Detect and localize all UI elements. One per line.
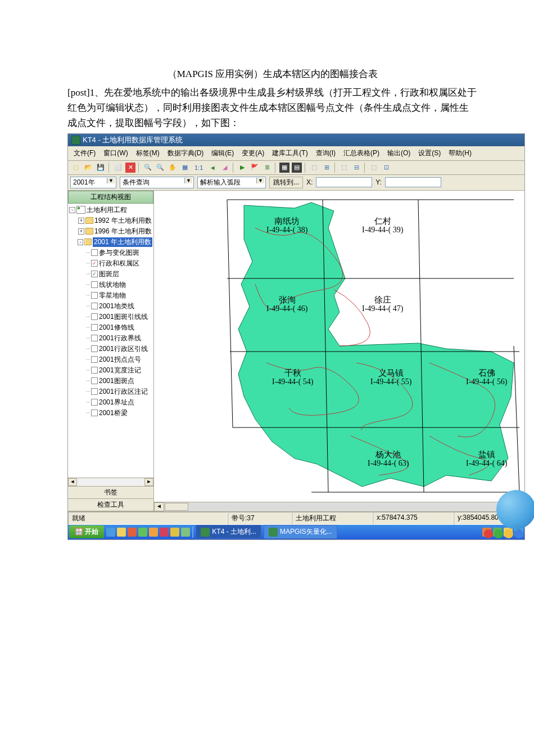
save-icon[interactable]: 💾 bbox=[95, 162, 106, 173]
map-scroll-left-icon[interactable]: ◄ bbox=[154, 502, 164, 511]
menu-item[interactable]: 编辑(E) bbox=[208, 147, 237, 159]
map-view[interactable]: 南纸坊I-49-44-( 38)仁村I-49-44-( 39)张洵I-49-44… bbox=[154, 191, 524, 511]
menu-item[interactable]: 数据字典(D) bbox=[164, 147, 207, 159]
tree-node[interactable]: ┈2001界址点 bbox=[69, 397, 152, 408]
map-scroll-track[interactable] bbox=[164, 502, 514, 511]
tool-b-icon[interactable]: ⊞ bbox=[321, 162, 332, 173]
tree-node[interactable]: +1996 年土地利用数 bbox=[69, 226, 152, 237]
tree-node[interactable]: ┈2001行政区引线 bbox=[69, 344, 152, 354]
prev-icon[interactable]: ◄ bbox=[207, 162, 218, 173]
project-tree[interactable]: - 土地利用工程 +1992 年土地利用数+1996 年土地利用数-2001 年… bbox=[68, 204, 153, 478]
tray-icon[interactable] bbox=[170, 528, 179, 537]
map-canvas[interactable]: 南纸坊I-49-44-( 38)仁村I-49-44-( 39)张洵I-49-44… bbox=[165, 194, 524, 499]
year-combo[interactable]: 2001年 bbox=[70, 177, 116, 188]
open-icon[interactable]: 📂 bbox=[83, 162, 94, 173]
menu-item[interactable]: 标签(M) bbox=[133, 147, 163, 159]
parse-type-combo[interactable]: 解析输入弧段 bbox=[197, 177, 266, 188]
expand-icon[interactable]: - bbox=[69, 207, 75, 213]
dark1-icon[interactable]: ▦ bbox=[279, 162, 290, 173]
menu-item[interactable]: 汇总表格(P) bbox=[340, 147, 383, 159]
eraser-icon[interactable]: ◢ bbox=[219, 162, 230, 173]
menu-item[interactable]: 窗口(W) bbox=[100, 147, 131, 159]
tree-node[interactable]: ┈2001拐点点号 bbox=[69, 354, 152, 365]
checkbox[interactable] bbox=[91, 249, 98, 256]
checkbox[interactable] bbox=[91, 367, 98, 374]
tree-node[interactable]: -2001 年土地利用数 bbox=[69, 237, 152, 248]
tree-node[interactable]: ┈2001图斑引线线 bbox=[69, 312, 152, 322]
y-input[interactable] bbox=[385, 177, 441, 187]
scroll-right-icon[interactable]: ► bbox=[144, 478, 153, 486]
tool-f-icon[interactable]: ⊡ bbox=[381, 162, 392, 173]
checkbox[interactable] bbox=[91, 313, 98, 320]
dark2-icon[interactable]: ▤ bbox=[291, 162, 302, 173]
jump-button[interactable]: 跳转到... bbox=[269, 177, 303, 188]
tool-a-icon[interactable]: ⬚ bbox=[309, 162, 320, 173]
menu-item[interactable]: 输出(O) bbox=[384, 147, 414, 159]
checkbox[interactable]: ✓ bbox=[91, 260, 98, 267]
tree-node[interactable]: ┈✓图斑层 bbox=[69, 269, 152, 280]
checkbox[interactable] bbox=[91, 410, 98, 416]
tree-node[interactable]: ┈✓行政和权属区 bbox=[69, 258, 152, 269]
tree-root[interactable]: - 土地利用工程 bbox=[69, 205, 152, 215]
tray-icon[interactable] bbox=[128, 528, 137, 537]
tab-check[interactable]: 检查工具 bbox=[68, 499, 153, 511]
tool-d-icon[interactable]: ⊟ bbox=[351, 162, 362, 173]
tray-icon[interactable] bbox=[117, 528, 126, 537]
tree-node[interactable]: ┈2001行政区注记 bbox=[69, 386, 152, 397]
menu-item[interactable]: 查询(I) bbox=[313, 147, 339, 159]
tray-icon[interactable] bbox=[160, 528, 169, 537]
checkbox[interactable] bbox=[91, 324, 98, 331]
zoom-out-icon[interactable]: 🔍 bbox=[155, 162, 166, 173]
tray-icon[interactable] bbox=[138, 528, 147, 537]
x-input[interactable] bbox=[316, 177, 372, 187]
new-icon[interactable]: ▢ bbox=[70, 162, 82, 173]
layers-icon[interactable]: ≣ bbox=[261, 162, 273, 173]
scroll-track[interactable] bbox=[77, 478, 144, 486]
tree-node[interactable]: ┈2001图斑点 bbox=[69, 376, 152, 386]
tree-node[interactable]: ┈2001修饰线 bbox=[69, 322, 152, 333]
expand-icon[interactable]: + bbox=[78, 228, 84, 235]
checkbox[interactable]: ✓ bbox=[91, 271, 98, 277]
tray-icon[interactable] bbox=[181, 528, 190, 537]
start-button[interactable]: 🪟 开始 bbox=[69, 525, 104, 538]
pan-icon[interactable]: ✋ bbox=[167, 162, 178, 173]
menu-item[interactable]: 变更(A) bbox=[238, 147, 268, 159]
tree-node[interactable]: ┈2001宽度注记 bbox=[69, 365, 152, 376]
zoom-in-icon[interactable]: 🔍 bbox=[142, 162, 153, 173]
expand-icon[interactable]: + bbox=[78, 218, 84, 224]
taskbar-button[interactable]: MAPGIS矢量化... bbox=[264, 525, 337, 539]
menu-item[interactable]: 建库工具(T) bbox=[269, 147, 311, 159]
checkbox[interactable] bbox=[91, 399, 98, 406]
taskbar-button[interactable]: KT4 - 土地利... bbox=[196, 525, 261, 539]
scroll-left-icon[interactable]: ◄ bbox=[68, 478, 77, 486]
checkbox[interactable] bbox=[91, 303, 98, 309]
fit-icon[interactable]: ▦ bbox=[179, 162, 191, 173]
checkbox[interactable] bbox=[91, 377, 98, 384]
tab-bookmark[interactable]: 书签 bbox=[68, 487, 153, 499]
menu-item[interactable]: 文件(F) bbox=[70, 147, 99, 159]
checkbox[interactable] bbox=[91, 356, 98, 363]
tree-node[interactable]: ┈参与变化图斑 bbox=[69, 248, 152, 258]
tree-node[interactable]: +1992 年土地利用数 bbox=[69, 215, 152, 226]
stop-icon[interactable]: ⬜ bbox=[112, 162, 124, 173]
sidebar-hscroll[interactable]: ◄ ► bbox=[68, 478, 153, 486]
flag-icon[interactable]: 🚩 bbox=[249, 162, 260, 173]
tree-node[interactable]: ┈零星地物 bbox=[69, 290, 152, 301]
tool-e-icon[interactable]: ⬚ bbox=[368, 162, 379, 173]
checkbox[interactable] bbox=[91, 292, 98, 299]
tool-c-icon[interactable]: ⬚ bbox=[338, 162, 350, 173]
tree-node[interactable]: ┈线状地物 bbox=[69, 280, 152, 290]
tree-node[interactable]: ┈2001行政界线 bbox=[69, 333, 152, 344]
map-hscroll[interactable]: ◄ ► bbox=[154, 502, 524, 511]
tree-node[interactable]: ┈2001地类线 bbox=[69, 301, 152, 312]
tray-icon[interactable] bbox=[149, 528, 158, 537]
menu-item[interactable]: 帮助(H) bbox=[445, 147, 475, 159]
checkbox[interactable] bbox=[91, 281, 98, 288]
tray-icon[interactable] bbox=[106, 528, 115, 537]
play-icon[interactable]: ▶ bbox=[237, 162, 248, 173]
tree-node[interactable]: ┈2001桥梁 bbox=[69, 408, 152, 418]
menu-item[interactable]: 设置(S) bbox=[415, 147, 444, 159]
expand-icon[interactable]: - bbox=[78, 239, 83, 245]
close-red-icon[interactable]: ✕ bbox=[125, 162, 136, 173]
checkbox[interactable] bbox=[91, 388, 98, 395]
